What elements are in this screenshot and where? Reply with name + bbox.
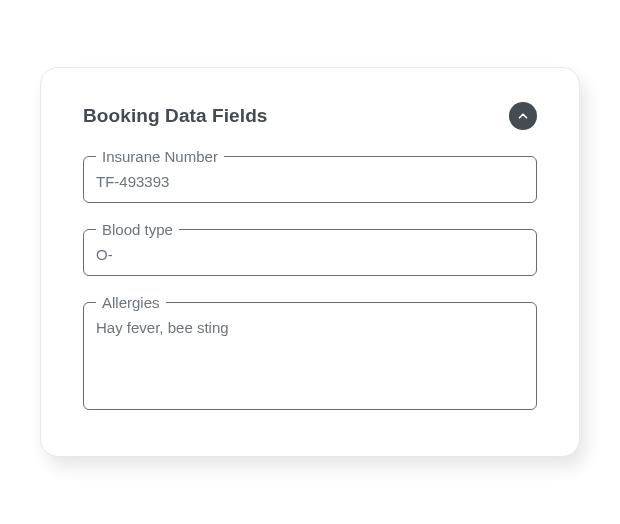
collapse-button[interactable] [509, 102, 537, 130]
blood-type-label: Blood type [96, 221, 179, 238]
booking-data-panel: Booking Data Fields Insurane Number Bloo… [40, 67, 580, 457]
panel-title: Booking Data Fields [83, 105, 268, 127]
insurance-number-input[interactable] [96, 171, 524, 192]
allergies-label: Allergies [96, 294, 166, 311]
allergies-input[interactable] [96, 317, 524, 395]
blood-type-input[interactable] [96, 244, 524, 265]
insurance-number-field-group: Insurane Number [83, 148, 537, 203]
insurance-number-label: Insurane Number [96, 148, 224, 165]
chevron-up-icon [516, 109, 530, 123]
panel-header: Booking Data Fields [83, 102, 537, 130]
allergies-field-group: Allergies [83, 294, 537, 410]
blood-type-field-group: Blood type [83, 221, 537, 276]
